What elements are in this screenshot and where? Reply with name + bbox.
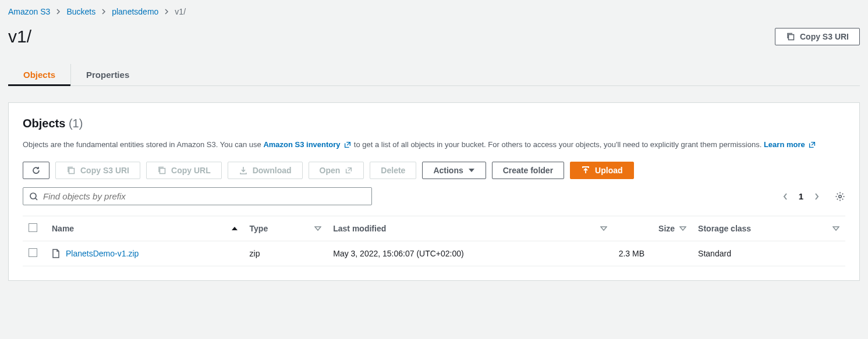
file-name-link[interactable]: PlanetsDemo-v1.zip: [66, 249, 139, 258]
table-row[interactable]: PlanetsDemo-v1.zip zip May 3, 2022, 15:0…: [23, 241, 845, 266]
caret-down-icon: [468, 167, 475, 173]
svg-rect-0: [788, 35, 793, 40]
gear-icon: [835, 191, 845, 202]
panel-description: Objects are the fundamental entities sto…: [23, 138, 845, 151]
svg-rect-2: [160, 169, 165, 174]
link-text: Learn more: [764, 140, 805, 149]
learn-more-link[interactable]: Learn more: [764, 140, 816, 149]
copy-s3-uri-header-button[interactable]: Copy S3 URI: [775, 28, 860, 45]
col-label: Storage class: [698, 224, 751, 233]
cell-last-modified: May 3, 2022, 15:06:07 (UTC+02:00): [327, 241, 612, 266]
cell-type: zip: [244, 241, 328, 266]
next-page-button[interactable]: [814, 192, 820, 201]
sort-icon: [600, 226, 607, 231]
breadcrumb-link-s3[interactable]: Amazon S3: [8, 7, 50, 16]
upload-button[interactable]: Upload: [570, 162, 633, 179]
button-label: Copy S3 URI: [80, 166, 129, 175]
col-label: Size: [658, 224, 675, 233]
button-label: Open: [320, 166, 341, 175]
search-box[interactable]: [23, 187, 372, 205]
search-icon: [29, 192, 38, 201]
desc-text-2: to get a list of all objects in your buc…: [354, 140, 764, 149]
copy-icon: [66, 166, 76, 175]
breadcrumb-link-bucket[interactable]: planetsdemo: [112, 7, 158, 16]
svg-point-3: [30, 193, 36, 199]
cell-size: 2.3 MB: [613, 241, 692, 266]
open-button[interactable]: Open: [309, 162, 364, 179]
refresh-button[interactable]: [23, 162, 49, 179]
col-type[interactable]: Type: [244, 216, 328, 241]
copy-icon: [786, 32, 795, 41]
copy-url-button[interactable]: Copy URL: [146, 162, 222, 179]
download-button[interactable]: Download: [228, 162, 303, 179]
button-label: Download: [253, 166, 292, 175]
breadcrumb: Amazon S3 Buckets planetsdemo v1/: [8, 6, 860, 27]
select-all-checkbox[interactable]: [29, 223, 37, 232]
objects-panel: Objects (1) Objects are the fundamental …: [8, 102, 860, 281]
button-label: Upload: [595, 166, 622, 175]
create-folder-button[interactable]: Create folder: [492, 162, 564, 179]
link-text: Amazon S3 inventory: [263, 140, 340, 149]
tab-objects[interactable]: Objects: [8, 64, 70, 85]
col-last-modified[interactable]: Last modified: [327, 216, 612, 241]
page-number: 1: [799, 191, 803, 201]
col-size[interactable]: Size: [613, 216, 692, 241]
refresh-icon: [31, 166, 41, 175]
svg-point-4: [839, 195, 841, 197]
search-input[interactable]: [43, 191, 366, 201]
copy-icon: [157, 166, 166, 175]
download-icon: [239, 166, 248, 175]
chevron-right-icon: [164, 8, 169, 15]
col-label: Type: [250, 224, 268, 233]
row-checkbox[interactable]: [29, 248, 37, 257]
chevron-right-icon: [101, 8, 106, 15]
svg-rect-1: [69, 169, 75, 174]
settings-button[interactable]: [835, 191, 845, 202]
upload-icon: [581, 166, 590, 175]
col-storage-class[interactable]: Storage class: [692, 216, 845, 241]
objects-table: Name Type Last modified: [23, 216, 845, 266]
cell-storage-class: Standard: [692, 241, 845, 266]
prev-page-button[interactable]: [782, 192, 788, 201]
col-name[interactable]: Name: [46, 216, 244, 241]
desc-text-1: Objects are the fundamental entities sto…: [23, 140, 263, 149]
button-label: Copy S3 URI: [800, 32, 849, 41]
sort-asc-icon: [231, 226, 238, 231]
panel-title: Objects (1): [23, 117, 845, 130]
button-label: Actions: [433, 166, 463, 175]
copy-s3-uri-button[interactable]: Copy S3 URI: [55, 162, 140, 179]
actions-dropdown[interactable]: Actions: [422, 162, 486, 179]
breadcrumb-current: v1/: [175, 7, 186, 16]
delete-button[interactable]: Delete: [370, 162, 416, 179]
button-label: Create folder: [503, 166, 553, 175]
sort-icon: [679, 226, 686, 231]
tab-properties[interactable]: Properties: [70, 64, 144, 85]
external-link-icon: [343, 141, 352, 149]
chevron-right-icon: [56, 8, 61, 15]
col-label: Last modified: [333, 224, 386, 233]
page-title: v1/: [8, 27, 31, 47]
panel-count: (1): [69, 117, 83, 130]
file-icon: [52, 249, 60, 258]
col-label: Name: [52, 224, 74, 233]
inventory-link[interactable]: Amazon S3 inventory: [263, 140, 353, 149]
external-link-icon: [808, 141, 816, 149]
toolbar: Copy S3 URI Copy URL Download Open: [23, 162, 845, 179]
external-link-icon: [345, 166, 353, 174]
pagination: 1: [782, 191, 845, 202]
sort-icon: [314, 226, 321, 231]
breadcrumb-link-buckets[interactable]: Buckets: [66, 7, 95, 16]
tabs: Objects Properties: [8, 64, 860, 86]
panel-title-text: Objects: [23, 117, 65, 130]
button-label: Copy URL: [171, 166, 211, 175]
sort-icon: [832, 226, 839, 231]
button-label: Delete: [381, 166, 405, 175]
